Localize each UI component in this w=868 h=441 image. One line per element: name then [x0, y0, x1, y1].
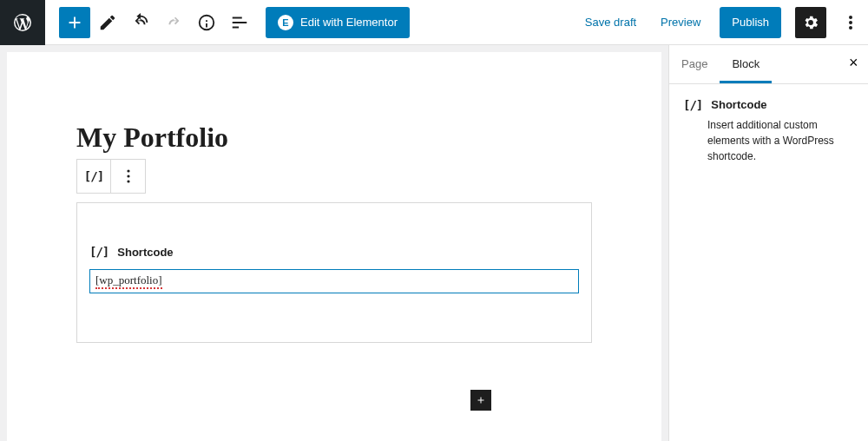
tab-page[interactable]: Page — [669, 45, 720, 83]
editor-canvas: My Portfolio [/] [/] Shortcode [wp_portf… — [7, 52, 661, 441]
top-toolbar: E Edit with Elementor Save draft Preview… — [0, 0, 868, 45]
shortcode-block: [/] Shortcode [wp_portfolio] — [76, 202, 592, 343]
page-title[interactable]: My Portfolio — [76, 122, 592, 154]
svg-point-5 — [127, 180, 129, 182]
svg-point-0 — [849, 16, 852, 19]
svg-point-4 — [127, 174, 129, 177]
shortcode-block-label: Shortcode — [117, 246, 173, 259]
more-options-button[interactable] — [840, 7, 861, 38]
undo-icon[interactable] — [125, 7, 156, 38]
preview-button[interactable]: Preview — [655, 15, 706, 30]
edit-with-elementor-label: Edit with Elementor — [300, 16, 398, 29]
settings-button[interactable] — [795, 7, 826, 38]
editor-canvas-scroll[interactable]: My Portfolio [/] [/] Shortcode [wp_portf… — [0, 45, 668, 441]
block-more-button[interactable] — [111, 159, 146, 194]
block-panel-title: Shortcode — [711, 98, 766, 111]
elementor-icon: E — [278, 15, 293, 30]
block-toolbar: [/] — [76, 159, 592, 194]
wordpress-logo[interactable] — [0, 0, 45, 45]
add-block-inline-button[interactable] — [470, 390, 491, 411]
block-panel-description: Insert additional custom elements with a… — [707, 117, 854, 164]
svg-point-1 — [849, 21, 852, 24]
outline-icon[interactable] — [224, 7, 255, 38]
block-panel: [/] Shortcode Insert additional custom e… — [669, 84, 868, 178]
shortcode-icon: [/] — [89, 245, 108, 259]
settings-sidebar: Page Block × [/] Shortcode Insert additi… — [668, 45, 868, 441]
add-block-button[interactable] — [59, 7, 90, 38]
toolbar-right-group: Save draft Preview Publish — [580, 7, 868, 38]
shortcode-input[interactable]: [wp_portfolio] — [89, 269, 579, 293]
publish-button[interactable]: Publish — [720, 7, 781, 38]
save-draft-button[interactable]: Save draft — [580, 15, 641, 30]
svg-point-2 — [849, 26, 852, 30]
shortcode-icon: [/] — [84, 169, 103, 183]
edit-icon[interactable] — [92, 7, 123, 38]
block-type-icon[interactable]: [/] — [76, 159, 111, 194]
tab-block[interactable]: Block — [720, 45, 772, 83]
shortcode-value: [wp_portfolio] — [95, 273, 162, 289]
sidebar-tabs: Page Block × — [669, 45, 868, 84]
close-sidebar-button[interactable]: × — [844, 54, 861, 71]
svg-point-3 — [127, 169, 129, 172]
info-icon[interactable] — [191, 7, 222, 38]
edit-with-elementor-button[interactable]: E Edit with Elementor — [266, 7, 410, 38]
redo-icon[interactable] — [158, 7, 189, 38]
toolbar-left-group: E Edit with Elementor — [45, 7, 417, 38]
shortcode-icon: [/] — [683, 98, 702, 112]
